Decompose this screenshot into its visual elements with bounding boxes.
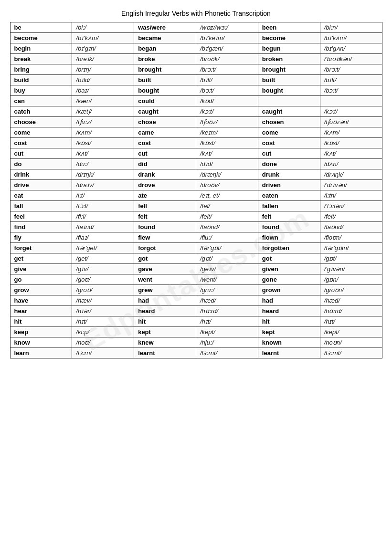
cell-r26-c0: have (10, 295, 72, 306)
cell-r23-c5: /'gɪvən/ (320, 264, 382, 274)
cell-r20-c3: /fluː/ (196, 232, 258, 243)
cell-r25-c1: /groʊ/ (72, 285, 134, 295)
cell-r3-c5: /'broʊkən/ (320, 54, 382, 64)
cell-r21-c5: /fər'gɒtn/ (320, 243, 382, 253)
cell-r18-c2: felt (134, 211, 196, 222)
cell-r14-c1: /drɪŋk/ (72, 169, 134, 180)
cell-r1-c0: become (10, 33, 72, 43)
cell-r31-c2: learnt (134, 348, 196, 358)
cell-r6-c0: buy (10, 85, 72, 96)
cell-r2-c4: begun (258, 43, 320, 54)
table-row: hear/hɪər/heard/hɑːrd/heard/hɑːrd/ (10, 306, 382, 316)
table-row: hit/hɪt/hit/hɪt/hit/hɪt/ (10, 316, 382, 327)
cell-r9-c3: /tʃoʊz/ (196, 117, 258, 127)
table-row: become/bɪ'kʌm/became/bɪ'keɪm/become/bɪ'k… (10, 33, 382, 43)
cell-r24-c5: /gɒn/ (320, 274, 382, 285)
cell-r8-c3: /kɔːt/ (196, 106, 258, 117)
cell-r25-c0: grow (10, 285, 72, 295)
cell-r10-c4: come (258, 127, 320, 138)
cell-r5-c2: built (134, 75, 196, 85)
verbs-table: be/biː/was/were/wɒz//wɜː/been/biːn/becom… (10, 22, 382, 358)
cell-r23-c0: give (10, 264, 72, 274)
table-row: break/breɪk/broke/broʊk/broken/'broʊkən/ (10, 54, 382, 64)
cell-r22-c4: got (258, 253, 320, 264)
cell-r11-c3: /kɒst/ (196, 138, 258, 148)
table-row: build/bɪld/built/bɪlt/built/bɪlt/ (10, 75, 382, 85)
cell-r2-c0: begin (10, 43, 72, 54)
cell-r5-c5: /bɪlt/ (320, 75, 382, 85)
cell-r6-c4: bought (258, 85, 320, 96)
cell-r25-c4: grown (258, 285, 320, 295)
cell-r18-c1: /fiːl/ (72, 211, 134, 222)
cell-r17-c1: /fɔːl/ (72, 201, 134, 211)
cell-r18-c0: feel (10, 211, 72, 222)
cell-r9-c5: /tʃoʊzən/ (320, 117, 382, 127)
cell-r9-c1: /tʃuːz/ (72, 117, 134, 127)
cell-r4-c5: /brɔːt/ (320, 64, 382, 75)
table-row: can/kæn/could/kʊd/ (10, 96, 382, 106)
cell-r1-c5: /bɪ'kʌm/ (320, 33, 382, 43)
table-row: buy/baɪ/bought/bɔːt/bought/bɔːt/ (10, 85, 382, 96)
cell-r31-c1: /lɜːrn/ (72, 348, 134, 358)
cell-r8-c2: caught (134, 106, 196, 117)
cell-r12-c0: cut (10, 148, 72, 159)
cell-r28-c5: /hɪt/ (320, 316, 382, 327)
cell-r6-c3: /bɔːt/ (196, 85, 258, 96)
cell-r7-c0: can (10, 96, 72, 106)
cell-r30-c3: /njuː/ (196, 337, 258, 348)
cell-r15-c3: /droʊv/ (196, 180, 258, 190)
cell-r11-c2: cost (134, 138, 196, 148)
cell-r20-c4: flown (258, 232, 320, 243)
cell-r4-c3: /brɔːt/ (196, 64, 258, 75)
cell-r13-c5: /dʌn/ (320, 159, 382, 169)
cell-r29-c3: /kept/ (196, 327, 258, 337)
cell-r25-c2: grew (134, 285, 196, 295)
cell-r0-c1: /biː/ (72, 22, 134, 33)
cell-r3-c2: broke (134, 54, 196, 64)
cell-r24-c0: go (10, 274, 72, 285)
cell-r16-c0: eat (10, 190, 72, 201)
cell-r19-c5: /faʊnd/ (320, 222, 382, 232)
cell-r17-c4: fallen (258, 201, 320, 211)
cell-r1-c1: /bɪ'kʌm/ (72, 33, 134, 43)
cell-r13-c4: done (258, 159, 320, 169)
cell-r21-c1: /fər'get/ (72, 243, 134, 253)
cell-r26-c3: /hæd/ (196, 295, 258, 306)
cell-r16-c1: /iːt/ (72, 190, 134, 201)
cell-r14-c3: /dræŋk/ (196, 169, 258, 180)
cell-r14-c0: drink (10, 169, 72, 180)
cell-r14-c2: drank (134, 169, 196, 180)
cell-r24-c3: /went/ (196, 274, 258, 285)
cell-r28-c4: hit (258, 316, 320, 327)
table-row: grow/groʊ/grew/gruː/grown/groʊn/ (10, 285, 382, 295)
cell-r9-c0: choose (10, 117, 72, 127)
cell-r12-c1: /kʌt/ (72, 148, 134, 159)
cell-r13-c0: do (10, 159, 72, 169)
table-row: feel/fiːl/felt/felt/felt/felt/ (10, 211, 382, 222)
table-row: eat/iːt/ate/eɪt, et/eaten/iːtn/ (10, 190, 382, 201)
table-row: drive/draɪv/drove/droʊv/driven/'drɪvən/ (10, 180, 382, 190)
table-row: cost/kɒst/cost/kɒst/cost/kɒst/ (10, 138, 382, 148)
cell-r13-c2: did (134, 159, 196, 169)
cell-r30-c4: known (258, 337, 320, 348)
cell-r30-c5: /noʊn/ (320, 337, 382, 348)
cell-r18-c4: felt (258, 211, 320, 222)
cell-r12-c3: /kʌt/ (196, 148, 258, 159)
table-row: give/gɪv/gave/geɪv/given/'gɪvən/ (10, 264, 382, 274)
cell-r8-c1: /kætʃ/ (72, 106, 134, 117)
cell-r8-c4: caught (258, 106, 320, 117)
cell-r14-c5: /drʌŋk/ (320, 169, 382, 180)
cell-r27-c3: /hɑːrd/ (196, 306, 258, 316)
cell-r27-c4: heard (258, 306, 320, 316)
cell-r23-c3: /geɪv/ (196, 264, 258, 274)
cell-r22-c1: /get/ (72, 253, 134, 264)
cell-r29-c4: kept (258, 327, 320, 337)
cell-r4-c2: brought (134, 64, 196, 75)
cell-r29-c0: keep (10, 327, 72, 337)
cell-r3-c3: /broʊk/ (196, 54, 258, 64)
cell-r18-c5: /felt/ (320, 211, 382, 222)
cell-r31-c0: learn (10, 348, 72, 358)
cell-r12-c5: /kʌt/ (320, 148, 382, 159)
cell-r9-c2: chose (134, 117, 196, 127)
cell-r7-c1: /kæn/ (72, 96, 134, 106)
